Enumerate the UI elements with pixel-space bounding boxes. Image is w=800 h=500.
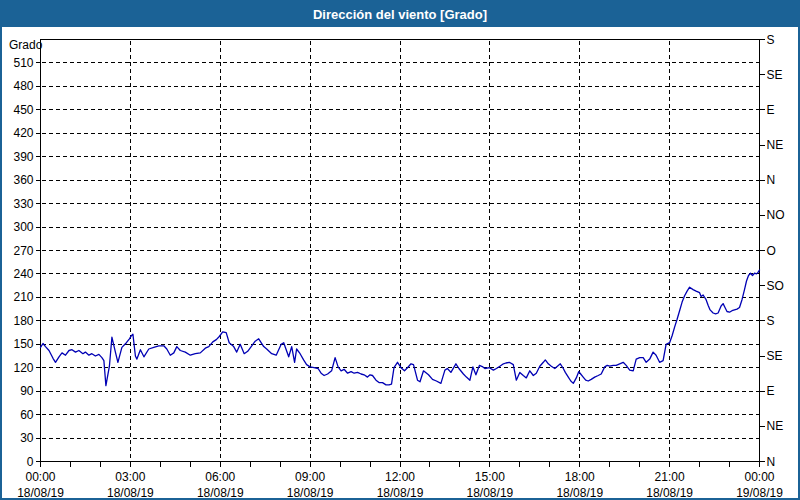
x-axis-time-label: 12:00 [385,470,415,484]
x-axis-time-label: 15:00 [475,470,505,484]
x-axis-time-label: 21:00 [655,470,685,484]
x-axis-time-label: 00:00 [744,470,774,484]
y-right-tick-label: SO [767,279,784,293]
x-axis-date-label: 18/08/19 [107,486,154,499]
y-left-tick-label: 450 [13,103,33,117]
y-right-tick-label: NO [767,208,785,222]
y-left-tick-label: 90 [20,384,34,398]
y-left-tick-label: 210 [13,290,33,304]
x-axis-date-label: 18/08/19 [17,486,64,499]
y-left-tick-label: 150 [13,337,33,351]
wind-direction-chart: 0306090120150180210240270300330360390420… [2,2,798,498]
x-axis-date-label: 18/08/19 [197,486,244,499]
y-left-tick-label: 480 [13,79,33,93]
y-right-tick-label: NE [767,419,784,433]
wind-direction-window: Dirección del viento [Grado] Grado 03060… [0,0,800,500]
x-axis-date-label: 18/08/19 [377,486,424,499]
y-right-tick-label: SE [767,68,783,82]
y-left-tick-label: 270 [13,244,33,258]
y-left-tick-label: 30 [20,431,34,445]
x-axis-time-label: 18:00 [565,470,595,484]
y-left-tick-label: 240 [13,267,33,281]
y-left-tick-label: 330 [13,197,33,211]
x-axis-date-label: 18/08/19 [556,486,603,499]
x-axis-time-label: 09:00 [295,470,325,484]
y-left-tick-label: 180 [13,314,33,328]
y-right-tick-label: S [767,33,775,47]
x-axis-date-label: 18/08/19 [646,486,693,499]
y-right-tick-label: SE [767,349,783,363]
y-left-tick-label: 300 [13,220,33,234]
y-left-tick-label: 390 [13,150,33,164]
x-axis-date-label: 18/08/19 [467,486,514,499]
x-axis-date-label: 19/08/19 [736,486,783,499]
y-right-tick-label: E [767,384,775,398]
x-axis-time-label: 06:00 [205,470,235,484]
y-left-tick-label: 360 [13,173,33,187]
y-right-tick-label: N [767,455,776,469]
y-left-tick-label: 510 [13,56,33,70]
y-left-tick-label: 0 [27,455,34,469]
y-right-tick-label: NE [767,138,784,152]
y-left-tick-label: 120 [13,361,33,375]
x-axis-time-label: 00:00 [25,470,55,484]
y-right-tick-label: N [767,173,776,187]
x-axis-time-label: 03:00 [115,470,145,484]
y-right-tick-label: S [767,314,775,328]
y-left-tick-label: 60 [20,408,34,422]
x-axis-date-label: 18/08/19 [287,486,334,499]
y-right-tick-label: E [767,103,775,117]
y-left-tick-label: 420 [13,126,33,140]
y-right-tick-label: O [767,244,776,258]
